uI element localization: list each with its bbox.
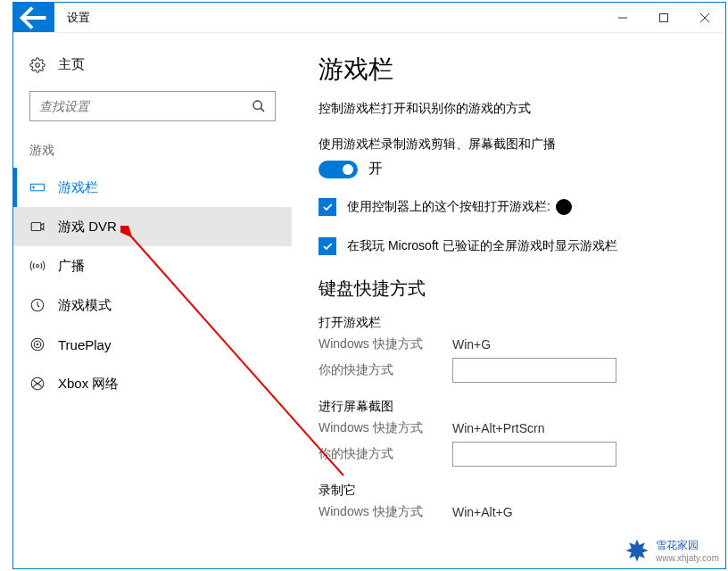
shortcut-win-label: Windows 快捷方式 [318, 336, 452, 352]
watermark-url: www.xhjaty.com [656, 553, 719, 563]
shortcut-title: 录制它 [318, 483, 699, 499]
controller-checkbox[interactable] [318, 198, 336, 216]
back-button[interactable] [13, 3, 54, 32]
nav-label: TruePlay [58, 337, 111, 352]
shortcut-win-value: Win+Alt+PrtScrn [452, 421, 544, 435]
watermark-name: 雪花家园 [656, 538, 719, 553]
nav-label: 广播 [58, 258, 85, 275]
shortcut-your-label: 你的快捷方式 [318, 446, 452, 462]
window-title: 设置 [54, 3, 103, 32]
shortcut-group-screenshot: 进行屏幕截图 Windows 快捷方式 Win+Alt+PrtScrn 你的快捷… [318, 399, 699, 467]
nav-game-mode[interactable]: 游戏模式 [13, 286, 292, 325]
shortcut-group-record: 录制它 Windows 快捷方式 Win+Alt+G [318, 483, 699, 520]
trueplay-icon [29, 336, 46, 352]
toggle-state-label: 开 [368, 160, 383, 178]
svg-point-7 [31, 338, 44, 351]
nav-broadcast[interactable]: 广播 [13, 246, 292, 286]
shortcut-title: 打开游戏栏 [318, 315, 699, 331]
svg-point-1 [36, 62, 40, 67]
page-description: 控制游戏栏打开和识别你的游戏的方式 [318, 101, 699, 117]
minimize-button[interactable] [602, 3, 643, 32]
search-box[interactable] [29, 91, 276, 121]
watermark-logo [624, 537, 650, 564]
fullscreen-checkbox[interactable] [318, 237, 336, 255]
settings-icon [29, 57, 46, 73]
content-area: 游戏栏 控制游戏栏打开和识别你的游戏的方式 使用游戏栏录制游戏剪辑、屏幕截图和广… [292, 33, 725, 568]
game-bar-toggle[interactable] [318, 161, 358, 178]
nav-trueplay[interactable]: TruePlay [13, 325, 292, 364]
home-link[interactable]: 主页 [13, 47, 292, 82]
shortcut-win-label: Windows 快捷方式 [318, 420, 452, 436]
svg-point-2 [253, 101, 261, 109]
shortcut-title: 进行屏幕截图 [318, 399, 699, 415]
game-bar-icon [29, 179, 46, 195]
shortcuts-heading: 键盘快捷方式 [318, 277, 699, 301]
shortcut-input[interactable] [452, 442, 616, 467]
search-input[interactable] [39, 99, 252, 113]
titlebar: 设置 [13, 3, 725, 33]
maximize-button[interactable] [643, 3, 684, 32]
search-icon [252, 99, 266, 113]
nav-xbox-network[interactable]: Xbox 网络 [13, 364, 292, 403]
nav-label: 游戏模式 [58, 297, 112, 314]
checkbox-label: 使用控制器上的这个按钮打开游戏栏: [347, 199, 550, 215]
shortcut-win-value: Win+G [452, 337, 491, 352]
sidebar: 主页 游戏 游戏栏 游戏 DVR 广播 [13, 33, 292, 568]
xbox-icon [29, 376, 46, 392]
home-label: 主页 [58, 56, 85, 73]
category-label: 游戏 [13, 137, 292, 168]
shortcut-your-label: 你的快捷方式 [318, 362, 452, 378]
settings-window: 设置 主页 游戏 游戏栏 游戏 DVR [12, 2, 726, 569]
nav-game-dvr[interactable]: 游戏 DVR [13, 207, 292, 246]
xbox-button-icon [556, 199, 572, 215]
svg-point-5 [37, 265, 39, 268]
dvr-icon [29, 219, 46, 235]
game-mode-icon [29, 297, 46, 313]
nav-label: Xbox 网络 [58, 376, 119, 393]
page-heading: 游戏栏 [318, 53, 699, 87]
nav-label: 游戏栏 [58, 179, 98, 196]
checkbox-label: 在我玩 Microsoft 已验证的全屏游戏时显示游戏栏 [347, 238, 617, 254]
svg-point-9 [37, 343, 38, 345]
shortcut-win-value: Win+Alt+G [452, 505, 513, 519]
nav-label: 游戏 DVR [58, 219, 117, 236]
svg-rect-0 [660, 13, 668, 21]
shortcut-win-label: Windows 快捷方式 [318, 504, 452, 520]
broadcast-icon [29, 258, 46, 274]
shortcut-group-open: 打开游戏栏 Windows 快捷方式 Win+G 你的快捷方式 [318, 315, 699, 383]
watermark: 雪花家园 www.xhjaty.com [624, 537, 719, 564]
toggle-description: 使用游戏栏录制游戏剪辑、屏幕截图和广播 [318, 137, 699, 153]
close-button[interactable] [684, 3, 725, 32]
shortcut-input[interactable] [452, 358, 616, 383]
svg-point-8 [34, 341, 41, 348]
svg-rect-4 [31, 223, 41, 231]
nav-game-bar[interactable]: 游戏栏 [13, 168, 292, 207]
